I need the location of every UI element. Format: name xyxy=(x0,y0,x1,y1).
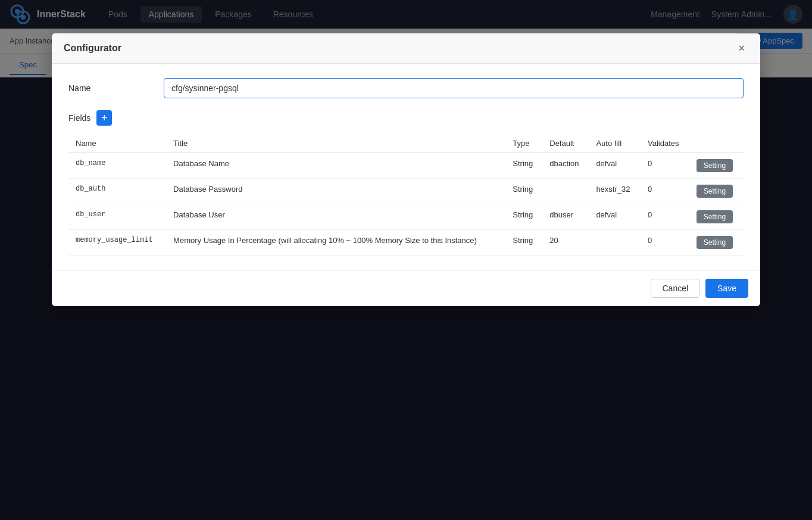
fields-header: Fields + xyxy=(68,110,744,126)
modal-title: Configurator xyxy=(64,43,121,54)
row-2-default: dbuser xyxy=(542,204,589,230)
fields-table: Name Title Type Default Auto fill Valida… xyxy=(68,134,744,256)
name-input[interactable] xyxy=(164,78,744,98)
fields-label: Fields xyxy=(68,113,90,123)
row-2-auto-fill: defval xyxy=(589,204,641,230)
add-field-button[interactable]: + xyxy=(96,110,112,126)
row-3-type: String xyxy=(505,230,542,256)
setting-button-3[interactable]: Setting xyxy=(697,236,733,249)
row-0-default: dbaction xyxy=(542,153,589,179)
row-2-type: String xyxy=(505,204,542,230)
row-2-name: db_user xyxy=(68,204,166,230)
row-2-title: Database User xyxy=(166,204,505,230)
row-1-auto-fill: hexstr_32 xyxy=(589,179,641,204)
name-row: Name xyxy=(68,78,744,98)
save-button[interactable]: Save xyxy=(705,279,748,298)
cancel-button[interactable]: Cancel xyxy=(651,279,699,298)
table-row: memory_usage_limit Memory Usage In Perce… xyxy=(68,230,744,256)
col-header-validates: Validates xyxy=(641,134,689,153)
col-header-name: Name xyxy=(68,134,166,153)
table-row: db_name Database Name String dbaction de… xyxy=(68,153,744,179)
modal-header: Configurator × xyxy=(52,33,760,64)
row-3-validates: 0 xyxy=(641,230,689,256)
row-1-title: Database Password xyxy=(166,179,505,204)
modal-footer: Cancel Save xyxy=(52,270,760,306)
modal-close-button[interactable]: × xyxy=(735,42,748,55)
row-1-validates: 0 xyxy=(641,179,689,204)
row-1-default xyxy=(542,179,589,204)
setting-button-2[interactable]: Setting xyxy=(697,210,733,223)
col-header-default: Default xyxy=(542,134,589,153)
table-row: db_auth Database Password String hexstr_… xyxy=(68,179,744,204)
col-header-type: Type xyxy=(505,134,542,153)
row-1-type: String xyxy=(505,179,542,204)
modal-body: Name Fields + Name Title Type Default Au… xyxy=(52,64,760,270)
row-0-name: db_name xyxy=(68,153,166,179)
row-3-auto-fill xyxy=(589,230,641,256)
setting-button-1[interactable]: Setting xyxy=(697,185,733,198)
setting-button-0[interactable]: Setting xyxy=(697,159,733,172)
row-0-validates: 0 xyxy=(641,153,689,179)
row-0-title: Database Name xyxy=(166,153,505,179)
row-0-auto-fill: defval xyxy=(589,153,641,179)
row-3-action: Setting xyxy=(689,230,744,256)
col-header-action xyxy=(689,134,744,153)
row-3-default: 20 xyxy=(542,230,589,256)
col-header-auto-fill: Auto fill xyxy=(589,134,641,153)
configurator-modal: Configurator × Name Fields + Name Title xyxy=(52,33,760,306)
row-0-action: Setting xyxy=(689,153,744,179)
modal-overlay: Configurator × Name Fields + Name Title xyxy=(0,0,812,520)
row-3-name: memory_usage_limit xyxy=(68,230,166,256)
row-2-validates: 0 xyxy=(641,204,689,230)
row-0-type: String xyxy=(505,153,542,179)
table-row: db_user Database User String dbuser defv… xyxy=(68,204,744,230)
name-label: Name xyxy=(68,83,164,93)
row-2-action: Setting xyxy=(689,204,744,230)
row-1-name: db_auth xyxy=(68,179,166,204)
row-1-action: Setting xyxy=(689,179,744,204)
row-3-title: Memory Usage In Percentage (will allocat… xyxy=(166,230,505,256)
col-header-title: Title xyxy=(166,134,505,153)
